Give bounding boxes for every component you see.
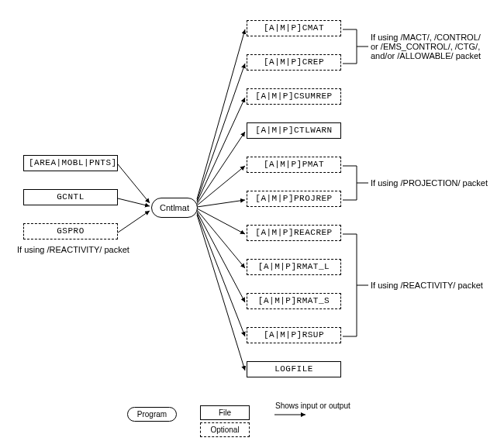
input-area: [AREA|MOBL|PNTS] — [23, 155, 118, 171]
svg-line-9 — [197, 208, 245, 234]
svg-line-4 — [197, 64, 245, 201]
output-csumrep: [A|M|P]CSUMREP — [247, 88, 341, 105]
output-ctlwarn: [A|M|P]CTLWARN — [247, 122, 341, 139]
svg-line-1 — [118, 198, 150, 206]
svg-line-12 — [197, 213, 245, 336]
output-logfile: LOGFILE — [247, 361, 341, 377]
output-cmat: [A|M|P]CMAT — [247, 20, 341, 36]
input-gcntl: GCNTL — [23, 189, 118, 205]
svg-line-10 — [197, 210, 245, 268]
output-rmat-s: [A|M|P]RMAT_S — [247, 293, 341, 309]
gspro-note: If using /REACTIVITY/ packet — [17, 245, 129, 254]
output-rmat-l: [A|M|P]RMAT_L — [247, 259, 341, 275]
program-cntlmat: Cntlmat — [151, 198, 198, 218]
svg-line-8 — [197, 200, 245, 207]
svg-line-2 — [118, 211, 150, 233]
output-projrep: [A|M|P]PROJREP — [247, 191, 341, 207]
svg-line-11 — [197, 212, 245, 302]
output-crep: [A|M|P]CREP — [247, 54, 341, 71]
svg-line-0 — [118, 164, 150, 203]
annotation-top-group: If using /MACT/, /CONTROL/ or /EMS_CONTR… — [371, 33, 481, 60]
svg-line-7 — [197, 166, 245, 205]
annotation-projection: If using /PROJECTION/ packet — [371, 178, 488, 188]
legend-program: Program — [127, 407, 177, 422]
output-reacrep: [A|M|P]REACREP — [247, 225, 341, 241]
output-rsup: [A|M|P]RSUP — [247, 327, 341, 343]
output-pmat: [A|M|P]PMAT — [247, 157, 341, 173]
svg-line-3 — [197, 29, 245, 199]
legend-arrow-label: Shows input or output — [275, 401, 350, 410]
svg-line-13 — [197, 215, 245, 370]
svg-line-6 — [197, 132, 245, 204]
legend-file: File — [200, 405, 250, 420]
input-gspro: GSPRO — [23, 223, 118, 240]
annotation-reactivity: If using /REACTIVITY/ packet — [371, 281, 483, 290]
svg-line-5 — [197, 98, 245, 202]
legend-optional: Optional — [200, 422, 250, 437]
